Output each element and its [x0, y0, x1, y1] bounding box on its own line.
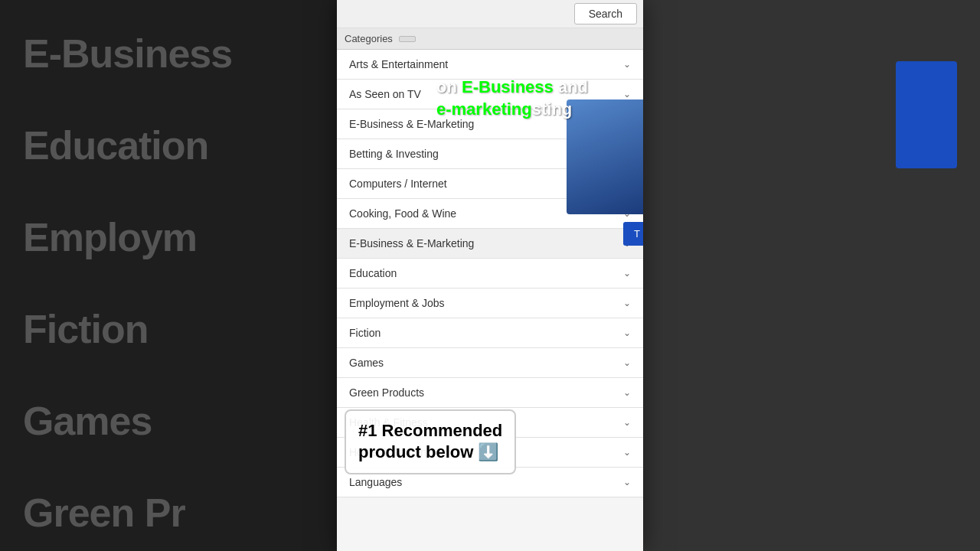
- category-item-arts[interactable]: Arts & Entertainment ⌄: [337, 50, 643, 80]
- category-label-arts: Arts & Entertainment: [349, 58, 448, 70]
- chevron-games-icon: ⌄: [623, 357, 631, 368]
- rec-emoji: ⬇️: [478, 442, 498, 461]
- rec-line2: product below: [358, 442, 473, 461]
- categories-header: Categories: [337, 28, 643, 50]
- category-item-fiction[interactable]: Fiction ⌄: [337, 318, 643, 348]
- rec-line1: #1 Recommended: [358, 421, 502, 440]
- category-label-computers: Computers / Internet: [349, 178, 447, 190]
- bg-text-fiction: Fiction: [23, 306, 314, 352]
- top-bar: Search: [337, 0, 643, 28]
- category-label-astv: As Seen on TV: [349, 88, 421, 100]
- chevron-employment-icon: ⌄: [623, 298, 631, 308]
- bg-text-employment: Employm: [23, 214, 314, 260]
- search-button[interactable]: Search: [574, 3, 637, 24]
- bg-text-ebusiness: E-Business: [23, 31, 314, 77]
- blue-box-inner: [567, 99, 643, 214]
- category-item-ebiz[interactable]: E-Business & E-Marketing ⌄: [337, 229, 643, 259]
- category-label-ebiz-top: E-Business & E-Marketing: [349, 118, 474, 130]
- chevron-fiction-icon: ⌄: [623, 328, 631, 338]
- category-label-education: Education: [349, 267, 397, 279]
- category-label-ebiz: E-Business & E-Marketing: [349, 237, 474, 249]
- bg-text-education: Education: [23, 122, 314, 168]
- rec-text: #1 Recommended product below ⬇️: [358, 421, 502, 462]
- category-label-betting: Betting & Investing: [349, 148, 439, 160]
- action-button[interactable]: T: [623, 222, 643, 246]
- category-item-education[interactable]: Education ⌄: [337, 259, 643, 289]
- bg-text-games: Games: [23, 398, 314, 444]
- category-label-languages: Languages: [349, 476, 402, 488]
- chevron-languages-icon: ⌄: [623, 477, 631, 487]
- main-panel: Search Categories on E-Business and e-ma…: [337, 0, 643, 551]
- categories-filter-button[interactable]: [399, 36, 416, 42]
- category-label-games: Games: [349, 357, 384, 369]
- bg-text-green: Green Pr: [23, 490, 314, 536]
- category-item-green[interactable]: Green Products ⌄: [337, 378, 643, 408]
- category-label-fiction: Fiction: [349, 327, 381, 339]
- recommendation-banner: #1 Recommended product below ⬇️: [345, 409, 516, 474]
- chevron-green-icon: ⌄: [623, 387, 631, 398]
- blue-image-box: [567, 99, 643, 214]
- category-label-cooking: Cooking, Food & Wine: [349, 207, 456, 220]
- category-label-green: Green Products: [349, 386, 424, 399]
- chevron-education-icon: ⌄: [623, 268, 631, 279]
- categories-label: Categories: [345, 33, 393, 44]
- category-item-games[interactable]: Games ⌄: [337, 348, 643, 378]
- blue-button-area: T: [623, 222, 643, 246]
- chevron-health-icon: ⌄: [623, 417, 631, 428]
- background-left: E-Business Education Employm Fiction Gam…: [0, 0, 337, 551]
- bg-blue-box: [896, 61, 957, 168]
- category-label-employment: Employment & Jobs: [349, 297, 445, 309]
- chevron-astv-icon: ⌄: [623, 89, 631, 99]
- category-item-employment[interactable]: Employment & Jobs ⌄: [337, 289, 643, 318]
- chevron-home-icon: ⌄: [623, 447, 631, 458]
- chevron-arts-icon: ⌄: [623, 59, 631, 70]
